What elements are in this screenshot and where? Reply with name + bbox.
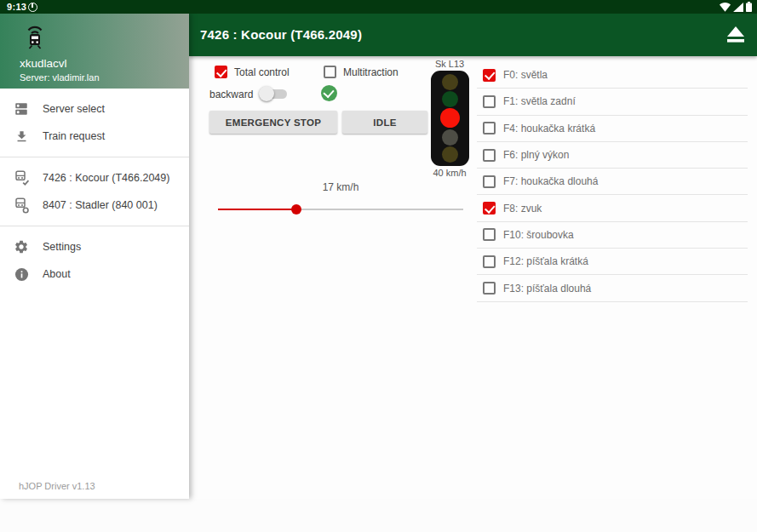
function-label: F13: píšťala dlouhá — [503, 283, 591, 295]
drawer-divider — [0, 157, 189, 157]
signal-speed-label: 40 km/h — [419, 168, 480, 178]
function-list: F0: světla F1: světla zadní F4: houkačka… — [477, 62, 748, 302]
red-lamp-lit — [440, 108, 460, 128]
total-control-checkbox-row[interactable]: Total control — [215, 66, 290, 78]
sidebar-item-settings[interactable]: Settings — [0, 233, 189, 260]
yellow-lamp-dim — [442, 74, 458, 90]
release-loco-button[interactable] — [725, 25, 748, 45]
sidebar-item-about[interactable]: About — [0, 260, 189, 288]
function-checkbox-f7[interactable] — [483, 175, 496, 188]
info-icon — [12, 265, 31, 283]
sidebar-item-label: 8407 : Stadler (840 001) — [43, 199, 158, 211]
sidebar-item-label: 7426 : Kocour (T466.2049) — [43, 172, 169, 184]
function-row-f4[interactable]: F4: houkačka krátká — [477, 116, 748, 142]
idle-button[interactable]: IDLE — [342, 111, 427, 134]
app-version-label: hJOP Driver v1.13 — [19, 481, 95, 491]
function-checkbox-f12[interactable] — [483, 255, 496, 268]
function-row-f8[interactable]: F8: zvuk — [477, 195, 748, 221]
emergency-stop-button[interactable]: EMERGENCY STOP — [209, 111, 337, 134]
white-lamp-dim — [442, 129, 458, 146]
sidebar-item-server-select[interactable]: Server select — [0, 95, 189, 123]
function-row-f13[interactable]: F13: píšťala dlouhá — [477, 275, 748, 301]
sidebar-item-train-request[interactable]: Train request — [0, 123, 189, 150]
function-row-f1[interactable]: F1: světla zadní — [477, 89, 748, 115]
train-wifi-icon — [25, 23, 45, 50]
slider-fill — [218, 209, 296, 210]
drawer-server: Server: vladimir.lan — [20, 72, 100, 83]
android-status-bar: 9:13 — [0, 0, 757, 14]
speed-slider[interactable] — [218, 203, 463, 216]
backward-label: backward — [209, 89, 253, 100]
page-title: 7426 : Kocour (T466.2049) — [200, 14, 362, 56]
yellow-lamp-dim — [442, 146, 458, 163]
signal-mast — [431, 71, 469, 166]
status-clock: 9:13 — [7, 2, 26, 12]
cell-signal-icon — [733, 3, 743, 12]
sidebar-item-label: Server select — [43, 103, 105, 115]
loco-control-panel: Total control Multitraction backward EME… — [189, 56, 757, 499]
function-checkbox-f1[interactable] — [483, 95, 496, 108]
android-nav-bar — [0, 499, 757, 532]
total-control-label: Total control — [234, 66, 290, 78]
multitraction-label: Multitraction — [343, 66, 399, 78]
multitraction-checkbox[interactable] — [324, 66, 336, 78]
wifi-icon — [720, 3, 731, 12]
app-screen: 9:13 7426 : Kocour (T466.2049) xkud — [0, 0, 757, 532]
speed-value-label: 17 km/h — [218, 181, 463, 193]
function-row-f0[interactable]: F0: světla — [477, 62, 748, 89]
sidebar-item-label: About — [43, 268, 71, 280]
toggle-thumb[interactable] — [259, 86, 274, 101]
sidebar-item-loco-7426[interactable]: 7426 : Kocour (T466.2049) — [0, 164, 189, 192]
train-check-icon — [12, 169, 31, 187]
direction-toggle[interactable] — [259, 85, 290, 102]
navigation-drawer: xkudlacvl Server: vladimir.lan Server se… — [0, 14, 189, 499]
connection-ok-icon — [321, 85, 337, 101]
function-row-f12[interactable]: F12: píšťala krátká — [477, 249, 748, 275]
function-label: F10: šroubovka — [503, 229, 574, 241]
slider-thumb[interactable] — [291, 204, 301, 215]
train-circle-icon — [12, 196, 31, 215]
download-icon — [12, 127, 31, 146]
function-label: F6: plný výkon — [503, 149, 569, 161]
data-saver-icon — [28, 3, 37, 12]
function-label: F4: houkačka krátká — [503, 123, 595, 134]
signal-indicator: Sk L13 40 km/h — [419, 59, 480, 178]
drawer-menu: Server select Train request — [0, 95, 189, 288]
function-checkbox-f13[interactable] — [483, 282, 496, 295]
function-label: F12: píšťala krátká — [503, 255, 588, 267]
sidebar-item-loco-8407[interactable]: 8407 : Stadler (840 001) — [0, 192, 189, 219]
signal-name-label: Sk L13 — [419, 59, 480, 69]
battery-icon — [746, 2, 752, 12]
function-row-f6[interactable]: F6: plný výkon — [477, 142, 748, 169]
total-control-checkbox[interactable] — [215, 66, 227, 78]
drawer-divider — [0, 226, 189, 226]
function-label: F1: světla zadní — [503, 95, 576, 107]
function-label: F0: světla — [503, 69, 548, 81]
green-lamp-dim — [442, 91, 458, 107]
multitraction-checkbox-row[interactable]: Multitraction — [324, 66, 399, 78]
function-checkbox-f0[interactable] — [483, 69, 496, 82]
function-row-f10[interactable]: F10: šroubovka — [477, 222, 748, 249]
sidebar-item-label: Train request — [43, 130, 105, 142]
gear-icon — [12, 237, 31, 256]
drawer-username: xkudlacvl — [20, 57, 67, 70]
server-icon — [12, 100, 31, 118]
function-label: F8: zvuk — [503, 203, 542, 215]
eject-icon — [725, 25, 747, 45]
drawer-header: xkudlacvl Server: vladimir.lan — [0, 14, 189, 89]
app-bar: 7426 : Kocour (T466.2049) — [189, 14, 757, 56]
function-checkbox-f6[interactable] — [483, 149, 496, 162]
function-label: F7: houkačka dlouhá — [503, 175, 598, 187]
function-checkbox-f10[interactable] — [483, 228, 496, 241]
sidebar-item-label: Settings — [43, 241, 81, 253]
function-checkbox-f4[interactable] — [483, 122, 496, 134]
function-checkbox-f8[interactable] — [483, 202, 496, 215]
function-row-f7[interactable]: F7: houkačka dlouhá — [477, 169, 748, 195]
